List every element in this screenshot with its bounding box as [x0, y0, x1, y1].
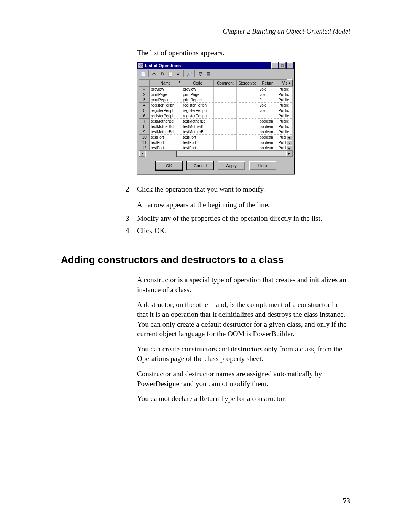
- cell-comment[interactable]: [214, 124, 237, 129]
- row-number[interactable]: 2: [139, 92, 150, 97]
- cell-comment[interactable]: [214, 108, 237, 113]
- table-row[interactable]: 5registerPeriphregisterPeriphvoidPublic: [139, 108, 293, 113]
- cell-stereotype[interactable]: [237, 113, 258, 119]
- row-number[interactable]: 7: [139, 119, 150, 124]
- cell-code[interactable]: testMotherBd: [182, 129, 213, 135]
- row-number[interactable]: 9: [139, 129, 150, 135]
- cell-visibility[interactable]: Public▲: [277, 140, 292, 145]
- cell-visibility[interactable]: Public: [277, 108, 292, 113]
- cell-stereotype[interactable]: [237, 135, 258, 140]
- help-button[interactable]: Help: [249, 161, 276, 170]
- cell-return[interactable]: file: [258, 97, 277, 103]
- cell-return[interactable]: void: [258, 108, 277, 113]
- cell-name[interactable]: printReport: [150, 97, 182, 103]
- cell-code[interactable]: testPort: [182, 140, 213, 145]
- cancel-button[interactable]: Cancel: [186, 161, 214, 170]
- table-row[interactable]: 3printReportprintReportfilePublic: [139, 97, 293, 103]
- row-number[interactable]: 3: [139, 97, 150, 103]
- table-row[interactable]: →previewpreviewvoidPublic: [139, 87, 293, 92]
- cell-return[interactable]: boolean: [258, 135, 277, 140]
- row-number[interactable]: 11: [139, 140, 150, 145]
- scroll-right-icon[interactable]: ►: [286, 151, 292, 156]
- cell-return[interactable]: boolean: [258, 124, 277, 129]
- maximize-button[interactable]: □: [279, 62, 286, 69]
- cell-name[interactable]: testMotherBd: [150, 119, 182, 124]
- col-comment[interactable]: Comment: [214, 80, 237, 87]
- cell-visibility[interactable]: Public: [277, 92, 292, 97]
- cell-stereotype[interactable]: [237, 103, 258, 108]
- cell-comment[interactable]: [214, 103, 237, 108]
- operations-table[interactable]: Name Code Comment Stereotype Return Vis …: [139, 79, 293, 151]
- cell-return[interactable]: boolean: [258, 145, 277, 151]
- cell-return[interactable]: boolean: [258, 119, 277, 124]
- cell-code[interactable]: preview: [182, 87, 213, 92]
- table-row[interactable]: 4registerPeriphregisterPeriphvoidPublic: [139, 103, 293, 108]
- col-name[interactable]: Name: [150, 80, 182, 87]
- horizontal-scrollbar[interactable]: ◄ ►: [139, 150, 293, 157]
- table-row[interactable]: 8testMotherBdtestMotherBdbooleanPublic: [139, 124, 293, 129]
- cell-stereotype[interactable]: [237, 92, 258, 97]
- cell-visibility[interactable]: Public: [277, 124, 292, 129]
- cell-comment[interactable]: [214, 113, 237, 119]
- cell-name[interactable]: printPage: [150, 92, 182, 97]
- row-number[interactable]: 5: [139, 108, 150, 113]
- minimize-button[interactable]: _: [271, 62, 278, 69]
- table-row[interactable]: 11testPorttestPortbooleanPublic▲: [139, 140, 293, 145]
- cell-stereotype[interactable]: [237, 129, 258, 135]
- cell-visibility[interactable]: Public: [277, 103, 292, 108]
- col-code[interactable]: Code: [182, 80, 213, 87]
- cell-code[interactable]: testMotherBd: [182, 119, 213, 124]
- table-row[interactable]: 12testPorttestPortbooleanPublic▼: [139, 145, 293, 151]
- col-return[interactable]: Return: [258, 80, 277, 87]
- cut-icon[interactable]: ✂: [151, 70, 158, 77]
- cell-code[interactable]: registerPeriph: [182, 103, 213, 108]
- scroll-thumb[interactable]: [145, 151, 177, 157]
- table-row[interactable]: 7testMotherBdtestMotherBdbooleanPublic: [139, 119, 293, 124]
- col-stereotype[interactable]: Stereotype: [237, 80, 258, 87]
- scroll-left-icon[interactable]: ◄: [139, 151, 145, 156]
- cell-return[interactable]: void: [258, 87, 277, 92]
- cell-visibility[interactable]: Public: [277, 113, 292, 119]
- scroll-down-icon[interactable]: ▼: [286, 135, 292, 140]
- delete-icon[interactable]: ✕: [175, 70, 182, 77]
- cell-visibility[interactable]: Public: [277, 97, 292, 103]
- cell-name[interactable]: testMotherBd: [150, 129, 182, 135]
- scroll-track[interactable]: [177, 151, 286, 156]
- cell-visibility[interactable]: Public: [277, 119, 292, 124]
- table-row[interactable]: 6registerPeriphregisterPeriphPublic: [139, 113, 293, 119]
- cell-comment[interactable]: [214, 129, 237, 135]
- cell-stereotype[interactable]: [237, 87, 258, 92]
- cell-code[interactable]: registerPeriph: [182, 113, 213, 119]
- cell-comment[interactable]: [214, 97, 237, 103]
- cell-code[interactable]: printReport: [182, 97, 213, 103]
- cell-comment[interactable]: [214, 140, 237, 145]
- cell-code[interactable]: registerPeriph: [182, 108, 213, 113]
- cell-visibility[interactable]: Public: [277, 129, 292, 135]
- cell-name[interactable]: registerPeriph: [150, 103, 182, 108]
- cell-return[interactable]: [258, 113, 277, 119]
- cell-return[interactable]: void: [258, 92, 277, 97]
- row-number[interactable]: 12: [139, 145, 150, 151]
- cell-name[interactable]: registerPeriph: [150, 113, 182, 119]
- find-icon[interactable]: 🔎: [186, 70, 193, 77]
- filter-icon[interactable]: ▽: [197, 70, 204, 77]
- cell-return[interactable]: boolean: [258, 129, 277, 135]
- cell-name[interactable]: testPort: [150, 140, 182, 145]
- cell-name[interactable]: preview: [150, 87, 182, 92]
- customize-icon[interactable]: ▤: [205, 70, 212, 77]
- cell-stereotype[interactable]: [237, 108, 258, 113]
- cell-name[interactable]: testMotherBd: [150, 124, 182, 129]
- cell-comment[interactable]: [214, 145, 237, 151]
- cell-comment[interactable]: [214, 119, 237, 124]
- row-number[interactable]: 6: [139, 113, 150, 119]
- row-number[interactable]: 8: [139, 124, 150, 129]
- cell-code[interactable]: testPort: [182, 135, 213, 140]
- row-number[interactable]: 10: [139, 135, 150, 140]
- paste-icon[interactable]: 📋: [167, 70, 174, 77]
- cell-code[interactable]: testPort: [182, 145, 213, 151]
- row-number[interactable]: 4: [139, 103, 150, 108]
- ok-button[interactable]: OK: [155, 161, 183, 170]
- cell-name[interactable]: testPort: [150, 145, 182, 151]
- scroll-down-icon[interactable]: ▼: [286, 146, 292, 151]
- cell-stereotype[interactable]: [237, 97, 258, 103]
